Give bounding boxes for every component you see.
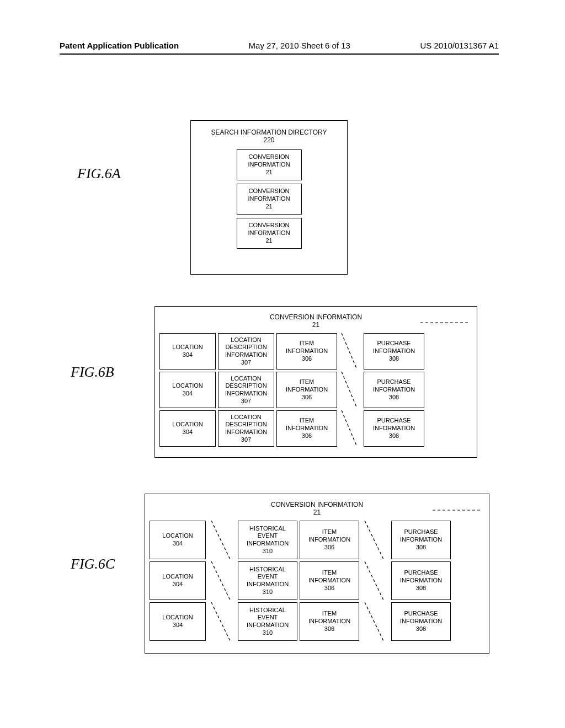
location-label: LOCATION — [152, 573, 203, 581]
svg-line-2 — [342, 410, 357, 447]
fig6c-rows: LOCATION 304 HISTORICAL EVENT INFORMATIO… — [145, 521, 489, 645]
purchase-label: PURCHASE INFORMATION — [366, 417, 422, 432]
item-label: ITEM INFORMATION — [279, 340, 334, 355]
fig6a-title: SEARCH INFORMATION DIRECTORY 220 — [191, 129, 347, 144]
svg-line-1 — [342, 372, 357, 408]
item-num: 306 — [279, 432, 334, 440]
purchase-num: 308 — [394, 585, 448, 592]
purchase-label: PURCHASE INFORMATION — [366, 340, 422, 355]
dash-line-icon — [208, 602, 236, 641]
svg-line-9 — [365, 602, 383, 641]
hist-num: 310 — [241, 548, 295, 555]
separator-gap — [208, 561, 236, 600]
page-header: Patent Application Publication May 27, 2… — [60, 41, 499, 55]
location-num: 304 — [152, 581, 203, 588]
fig6a-inner-label: CONVERSION INFORMATION — [239, 153, 299, 169]
fig6c-row: LOCATION 304 HISTORICAL EVENT INFORMATIO… — [150, 561, 484, 600]
fig6c-title-num: 21 — [313, 508, 321, 516]
hist-label: HISTORICAL EVENT INFORMATION — [241, 525, 295, 548]
separator-gap — [208, 602, 236, 641]
location-cell: LOCATION 304 — [150, 602, 206, 641]
item-label: ITEM INFORMATION — [302, 528, 356, 544]
location-num: 304 — [162, 351, 213, 359]
location-num: 304 — [162, 429, 213, 436]
fig6a-conversion-box: CONVERSION INFORMATION 21 — [237, 184, 302, 215]
item-label: ITEM INFORMATION — [302, 569, 356, 585]
location-label: LOCATION — [162, 421, 213, 429]
locdesc-label: LOCATION DESCRIPTION INFORMATION — [221, 336, 271, 359]
purchase-label: PURCHASE INFORMATION — [394, 528, 448, 544]
hist-label: HISTORICAL EVENT INFORMATION — [241, 566, 295, 588]
purchase-num: 308 — [394, 625, 448, 633]
location-label: LOCATION — [152, 614, 203, 622]
fig6c-row: LOCATION 304 HISTORICAL EVENT INFORMATIO… — [150, 602, 484, 641]
item-cell: ITEM INFORMATION 306 — [300, 561, 359, 600]
item-num: 306 — [302, 625, 356, 633]
dash-line-icon — [339, 333, 361, 370]
historical-cell: HISTORICAL EVENT INFORMATION 310 — [238, 561, 297, 600]
location-cell: LOCATION 304 — [159, 410, 216, 447]
item-num: 306 — [302, 585, 356, 592]
fig6a-outer-title: SEARCH INFORMATION DIRECTORY — [211, 129, 327, 136]
svg-line-4 — [211, 521, 230, 559]
separator-gap — [361, 561, 389, 600]
fig6c-outer-box: CONVERSION INFORMATION 21 LOCATION 304 H… — [145, 494, 489, 654]
location-label: LOCATION — [162, 382, 213, 390]
fig6a-inner-num: 21 — [239, 169, 299, 176]
svg-line-5 — [365, 521, 383, 559]
location-num: 304 — [162, 390, 213, 398]
svg-line-8 — [211, 602, 230, 641]
location-label: LOCATION — [152, 532, 203, 540]
fig6c-title: CONVERSION INFORMATION — [271, 501, 363, 508]
fig6b-title-block: CONVERSION INFORMATION 21 — [155, 313, 477, 329]
item-cell: ITEM INFORMATION 306 — [300, 602, 359, 641]
separator-gap — [361, 521, 389, 559]
location-cell: LOCATION 304 — [150, 561, 206, 600]
separator-gap — [339, 410, 361, 447]
fig6b-title-num: 21 — [312, 321, 319, 329]
purchase-cell: PURCHASE INFORMATION 308 — [364, 410, 424, 447]
fig6c-row: LOCATION 304 HISTORICAL EVENT INFORMATIO… — [150, 521, 484, 559]
locdesc-label: LOCATION DESCRIPTION INFORMATION — [221, 414, 271, 436]
fig6a-inner-num: 21 — [239, 203, 299, 211]
purchase-num: 308 — [366, 432, 422, 440]
dash-line-icon — [361, 602, 389, 641]
dash-line-icon — [361, 561, 389, 600]
location-num: 304 — [152, 540, 203, 548]
fig6c-label: FIG.6C — [71, 556, 115, 572]
item-num: 306 — [279, 355, 334, 363]
fig6a-inner-label: CONVERSION INFORMATION — [239, 188, 299, 203]
fig6b-rows: LOCATION 304 LOCATION DESCRIPTION INFORM… — [155, 333, 477, 451]
fig6b-row: LOCATION 304 LOCATION DESCRIPTION INFORM… — [159, 410, 472, 447]
hist-num: 310 — [241, 588, 295, 596]
purchase-cell: PURCHASE INFORMATION 308 — [364, 372, 424, 408]
fig6a-outer-box: SEARCH INFORMATION DIRECTORY 220 CONVERS… — [190, 120, 348, 275]
purchase-cell: PURCHASE INFORMATION 308 — [391, 561, 451, 600]
purchase-label: PURCHASE INFORMATION — [394, 610, 448, 625]
locdesc-num: 307 — [221, 359, 271, 367]
fig6a-conversion-box: CONVERSION INFORMATION 21 — [237, 218, 302, 249]
header-mid: May 27, 2010 Sheet 6 of 13 — [249, 41, 350, 50]
svg-line-7 — [365, 561, 383, 600]
item-num: 306 — [302, 544, 356, 552]
dash-line-icon — [208, 521, 236, 559]
fig6a-inner-label: CONVERSION INFORMATION — [239, 222, 299, 237]
fig6a-conversion-box: CONVERSION INFORMATION 21 — [237, 149, 302, 180]
locdesc-label: LOCATION DESCRIPTION INFORMATION — [221, 375, 271, 398]
item-label: ITEM INFORMATION — [302, 610, 356, 625]
purchase-cell: PURCHASE INFORMATION 308 — [391, 602, 451, 641]
fig6b-row: LOCATION 304 LOCATION DESCRIPTION INFORM… — [159, 372, 472, 408]
separator-gap — [339, 372, 361, 408]
item-cell: ITEM INFORMATION 306 — [276, 410, 337, 447]
purchase-num: 308 — [394, 544, 448, 552]
purchase-cell: PURCHASE INFORMATION 308 — [364, 333, 424, 370]
separator-gap — [361, 602, 389, 641]
hist-label: HISTORICAL EVENT INFORMATION — [241, 607, 295, 629]
location-cell: LOCATION 304 — [150, 521, 206, 559]
item-cell: ITEM INFORMATION 306 — [276, 333, 337, 370]
location-num: 304 — [152, 622, 203, 629]
dash-line-icon — [339, 410, 361, 447]
header-right: US 2010/0131367 A1 — [420, 41, 499, 50]
header-left: Patent Application Publication — [60, 41, 179, 50]
dash-line-icon — [339, 372, 361, 408]
